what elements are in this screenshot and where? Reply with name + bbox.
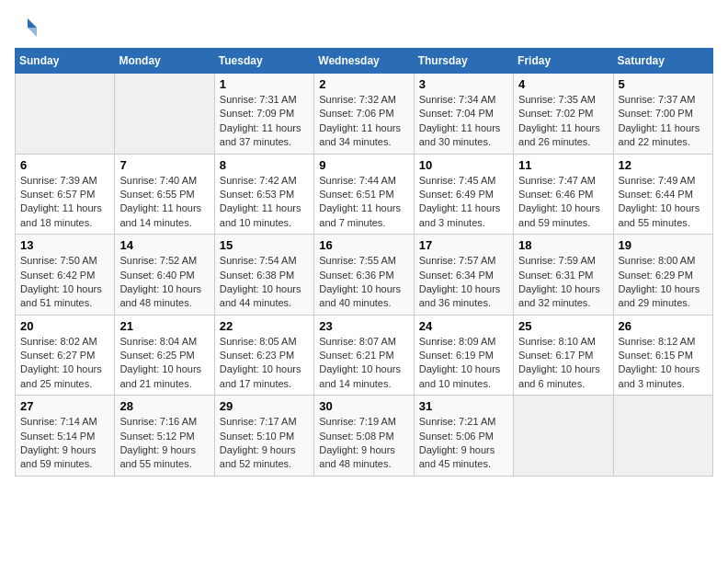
calendar-body: 1Sunrise: 7:31 AMSunset: 7:09 PMDaylight… bbox=[16, 74, 713, 477]
day-of-week-header: Friday bbox=[514, 49, 613, 74]
calendar-day-cell: 10Sunrise: 7:45 AMSunset: 6:49 PMDayligh… bbox=[414, 154, 513, 235]
day-number: 30 bbox=[319, 399, 408, 413]
day-info: Sunrise: 7:54 AMSunset: 6:38 PMDaylight:… bbox=[220, 254, 309, 311]
day-number: 17 bbox=[419, 238, 508, 252]
calendar-day-cell: 12Sunrise: 7:49 AMSunset: 6:44 PMDayligh… bbox=[613, 154, 712, 235]
day-info: Sunrise: 8:04 AMSunset: 6:25 PMDaylight:… bbox=[119, 335, 209, 392]
calendar-day-cell: 8Sunrise: 7:42 AMSunset: 6:53 PMDaylight… bbox=[214, 154, 313, 235]
calendar-day-cell: 31Sunrise: 7:21 AMSunset: 5:06 PMDayligh… bbox=[414, 396, 513, 477]
day-of-week-header: Wednesday bbox=[314, 49, 414, 74]
calendar-day-cell bbox=[16, 74, 115, 155]
calendar-day-cell: 16Sunrise: 7:55 AMSunset: 6:36 PMDayligh… bbox=[314, 235, 414, 316]
calendar-week-row: 6Sunrise: 7:39 AMSunset: 6:57 PMDaylight… bbox=[16, 154, 713, 235]
calendar-day-cell: 5Sunrise: 7:37 AMSunset: 7:00 PMDaylight… bbox=[613, 74, 712, 155]
day-number: 24 bbox=[419, 319, 508, 333]
day-info: Sunrise: 7:44 AMSunset: 6:51 PMDaylight:… bbox=[319, 174, 408, 231]
logo-icon bbox=[15, 15, 40, 40]
day-number: 4 bbox=[518, 77, 608, 91]
calendar-day-cell: 9Sunrise: 7:44 AMSunset: 6:51 PMDaylight… bbox=[314, 154, 414, 235]
calendar-day-cell: 23Sunrise: 8:07 AMSunset: 6:21 PMDayligh… bbox=[314, 315, 414, 396]
day-info: Sunrise: 7:55 AMSunset: 6:36 PMDaylight:… bbox=[319, 254, 408, 311]
calendar-day-cell: 3Sunrise: 7:34 AMSunset: 7:04 PMDaylight… bbox=[414, 74, 513, 155]
calendar-day-cell: 28Sunrise: 7:16 AMSunset: 5:12 PMDayligh… bbox=[115, 396, 214, 477]
day-info: Sunrise: 8:00 AMSunset: 6:29 PMDaylight:… bbox=[619, 254, 708, 311]
day-number: 23 bbox=[319, 319, 408, 333]
day-number: 8 bbox=[220, 158, 309, 172]
day-number: 11 bbox=[518, 158, 608, 172]
day-number: 29 bbox=[220, 399, 309, 413]
day-number: 27 bbox=[20, 399, 109, 413]
calendar-day-cell: 20Sunrise: 8:02 AMSunset: 6:27 PMDayligh… bbox=[16, 315, 115, 396]
day-info: Sunrise: 7:34 AMSunset: 7:04 PMDaylight:… bbox=[419, 93, 508, 150]
day-info: Sunrise: 8:07 AMSunset: 6:21 PMDaylight:… bbox=[319, 335, 408, 392]
day-info: Sunrise: 7:52 AMSunset: 6:40 PMDaylight:… bbox=[119, 254, 209, 311]
day-number: 14 bbox=[119, 238, 209, 252]
calendar-day-cell: 13Sunrise: 7:50 AMSunset: 6:42 PMDayligh… bbox=[16, 235, 115, 316]
calendar-day-cell bbox=[514, 396, 613, 477]
day-of-week-header: Sunday bbox=[16, 49, 115, 74]
calendar-day-cell: 17Sunrise: 7:57 AMSunset: 6:34 PMDayligh… bbox=[414, 235, 513, 316]
day-of-week-header: Monday bbox=[115, 49, 214, 74]
calendar-day-cell: 2Sunrise: 7:32 AMSunset: 7:06 PMDaylight… bbox=[314, 74, 414, 155]
calendar-day-cell: 11Sunrise: 7:47 AMSunset: 6:46 PMDayligh… bbox=[514, 154, 613, 235]
calendar-day-cell bbox=[613, 396, 712, 477]
calendar-day-cell: 26Sunrise: 8:12 AMSunset: 6:15 PMDayligh… bbox=[613, 315, 712, 396]
day-info: Sunrise: 7:21 AMSunset: 5:06 PMDaylight:… bbox=[419, 415, 508, 472]
day-of-week-header: Thursday bbox=[414, 49, 513, 74]
day-number: 1 bbox=[220, 77, 309, 91]
calendar-week-row: 13Sunrise: 7:50 AMSunset: 6:42 PMDayligh… bbox=[16, 235, 713, 316]
day-number: 7 bbox=[119, 158, 209, 172]
day-info: Sunrise: 7:32 AMSunset: 7:06 PMDaylight:… bbox=[319, 93, 408, 150]
calendar-day-cell: 22Sunrise: 8:05 AMSunset: 6:23 PMDayligh… bbox=[214, 315, 313, 396]
day-info: Sunrise: 7:42 AMSunset: 6:53 PMDaylight:… bbox=[220, 174, 309, 231]
day-number: 16 bbox=[319, 238, 408, 252]
calendar-day-cell: 6Sunrise: 7:39 AMSunset: 6:57 PMDaylight… bbox=[16, 154, 115, 235]
calendar-day-cell: 14Sunrise: 7:52 AMSunset: 6:40 PMDayligh… bbox=[115, 235, 214, 316]
day-info: Sunrise: 7:49 AMSunset: 6:44 PMDaylight:… bbox=[619, 174, 708, 231]
calendar-week-row: 27Sunrise: 7:14 AMSunset: 5:14 PMDayligh… bbox=[16, 396, 713, 477]
day-number: 31 bbox=[419, 399, 508, 413]
day-info: Sunrise: 8:10 AMSunset: 6:17 PMDaylight:… bbox=[518, 335, 608, 392]
calendar-day-cell: 30Sunrise: 7:19 AMSunset: 5:08 PMDayligh… bbox=[314, 396, 414, 477]
day-number: 18 bbox=[518, 238, 608, 252]
calendar-day-cell: 1Sunrise: 7:31 AMSunset: 7:09 PMDaylight… bbox=[214, 74, 313, 155]
calendar-week-row: 20Sunrise: 8:02 AMSunset: 6:27 PMDayligh… bbox=[16, 315, 713, 396]
day-number: 21 bbox=[119, 319, 209, 333]
day-of-week-header: Tuesday bbox=[214, 49, 313, 74]
day-info: Sunrise: 7:14 AMSunset: 5:14 PMDaylight:… bbox=[20, 415, 109, 472]
day-number: 19 bbox=[619, 238, 708, 252]
day-info: Sunrise: 8:09 AMSunset: 6:19 PMDaylight:… bbox=[419, 335, 508, 392]
calendar-day-cell: 29Sunrise: 7:17 AMSunset: 5:10 PMDayligh… bbox=[214, 396, 313, 477]
logo bbox=[15, 15, 44, 40]
day-info: Sunrise: 7:40 AMSunset: 6:55 PMDaylight:… bbox=[119, 174, 209, 231]
day-number: 6 bbox=[20, 158, 109, 172]
day-number: 10 bbox=[419, 158, 508, 172]
day-info: Sunrise: 7:37 AMSunset: 7:00 PMDaylight:… bbox=[619, 93, 708, 150]
calendar-day-cell: 25Sunrise: 8:10 AMSunset: 6:17 PMDayligh… bbox=[514, 315, 613, 396]
day-info: Sunrise: 7:45 AMSunset: 6:49 PMDaylight:… bbox=[419, 174, 508, 231]
day-number: 22 bbox=[220, 319, 309, 333]
day-number: 3 bbox=[419, 77, 508, 91]
day-number: 15 bbox=[220, 238, 309, 252]
day-info: Sunrise: 7:50 AMSunset: 6:42 PMDaylight:… bbox=[20, 254, 109, 311]
day-info: Sunrise: 7:16 AMSunset: 5:12 PMDaylight:… bbox=[119, 415, 209, 472]
day-info: Sunrise: 8:12 AMSunset: 6:15 PMDaylight:… bbox=[619, 335, 708, 392]
calendar-day-cell: 18Sunrise: 7:59 AMSunset: 6:31 PMDayligh… bbox=[514, 235, 613, 316]
calendar-day-cell: 19Sunrise: 8:00 AMSunset: 6:29 PMDayligh… bbox=[613, 235, 712, 316]
page-header bbox=[15, 15, 713, 40]
calendar-day-cell: 27Sunrise: 7:14 AMSunset: 5:14 PMDayligh… bbox=[16, 396, 115, 477]
calendar-day-cell: 4Sunrise: 7:35 AMSunset: 7:02 PMDaylight… bbox=[514, 74, 613, 155]
day-number: 2 bbox=[319, 77, 408, 91]
day-info: Sunrise: 7:39 AMSunset: 6:57 PMDaylight:… bbox=[20, 174, 109, 231]
day-info: Sunrise: 7:47 AMSunset: 6:46 PMDaylight:… bbox=[518, 174, 608, 231]
calendar-header-row: SundayMondayTuesdayWednesdayThursdayFrid… bbox=[16, 49, 713, 74]
day-info: Sunrise: 8:05 AMSunset: 6:23 PMDaylight:… bbox=[220, 335, 309, 392]
calendar-week-row: 1Sunrise: 7:31 AMSunset: 7:09 PMDaylight… bbox=[16, 74, 713, 155]
day-of-week-header: Saturday bbox=[613, 49, 712, 74]
day-number: 26 bbox=[619, 319, 708, 333]
day-number: 9 bbox=[319, 158, 408, 172]
day-info: Sunrise: 7:19 AMSunset: 5:08 PMDaylight:… bbox=[319, 415, 408, 472]
calendar-day-cell bbox=[115, 74, 214, 155]
day-info: Sunrise: 7:17 AMSunset: 5:10 PMDaylight:… bbox=[220, 415, 309, 472]
day-number: 25 bbox=[518, 319, 608, 333]
